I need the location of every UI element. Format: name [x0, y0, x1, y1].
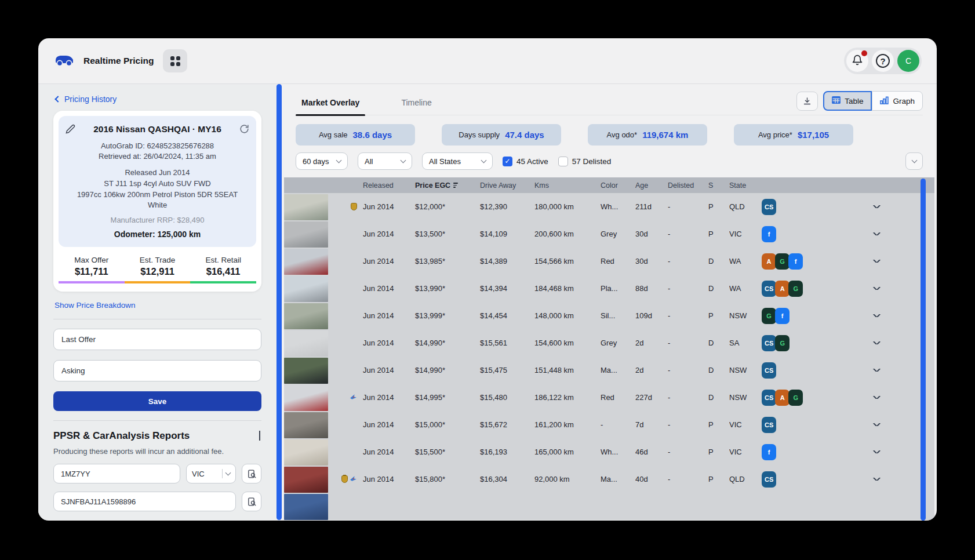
apps-grid-button[interactable] — [163, 49, 187, 72]
col-state[interactable]: State — [729, 181, 762, 190]
col-price-egc[interactable]: Price EGC — [415, 181, 480, 190]
table-row[interactable]: Jun 2014 $14,990* $15,475 151,448 km Ma.… — [284, 357, 934, 384]
type-select[interactable]: All — [358, 152, 412, 170]
estimate-retail: Est. Retail $16,411 — [190, 256, 256, 283]
expand-row-button[interactable] — [859, 205, 894, 208]
rego-state-select[interactable]: VIC — [186, 464, 236, 483]
save-button[interactable]: Save — [53, 391, 261, 411]
table-row[interactable]: Jun 2014 $15,500* $16,193 165,000 km Wh.… — [284, 438, 934, 466]
expand-row-button[interactable] — [859, 478, 894, 481]
color-cell: Ma... — [601, 366, 635, 374]
sidebar-scrollbar[interactable] — [277, 84, 282, 520]
col-drive-away[interactable]: Drive Away — [480, 181, 534, 190]
chevron-down-icon — [873, 369, 881, 372]
row-flag-icons — [330, 393, 363, 402]
expand-row-button[interactable] — [859, 287, 894, 290]
table-row[interactable]: Jun 2014 $15,800* $16,304 92,000 km Ma..… — [284, 466, 934, 493]
delisted-cell: - — [668, 448, 708, 456]
vehicle-thumbnail[interactable] — [284, 385, 328, 411]
vehicle-thumbnail[interactable] — [284, 358, 328, 384]
notifications-button[interactable] — [846, 50, 868, 72]
vehicle-thumbnail[interactable] — [284, 276, 328, 302]
table-row[interactable]: Jun 2014 $13,985* $14,389 154,566 km Red… — [284, 248, 934, 275]
badges-cell: CS — [762, 417, 859, 433]
est-retail-bar — [190, 281, 256, 283]
asking-input[interactable] — [53, 360, 261, 381]
table-row[interactable]: Jun 2014 $14,995* $15,480 186,122 km Red… — [284, 384, 934, 411]
delisted-cell: - — [668, 393, 708, 402]
age-cell: 40d — [635, 475, 668, 483]
col-released[interactable]: Released — [363, 181, 415, 190]
table-row[interactable] — [284, 493, 934, 520]
badges-cell: Gf — [762, 308, 859, 324]
age-cell: 2d — [635, 366, 668, 374]
delisted-filter-checkbox[interactable]: 57 Delisted — [558, 157, 612, 166]
table-header: Released Price EGC Drive Away Kms Color … — [284, 177, 934, 193]
edit-vehicle-button[interactable] — [64, 123, 77, 137]
refresh-vehicle-button[interactable] — [238, 123, 250, 137]
table-row[interactable]: Jun 2014 $13,990* $14,394 184,468 km Pla… — [284, 275, 934, 302]
released-cell: Jun 2014 — [363, 284, 415, 293]
download-button[interactable] — [796, 92, 818, 111]
vin-lookup-button[interactable] — [242, 492, 261, 511]
back-to-pricing-history[interactable]: Pricing History — [56, 94, 117, 104]
vin-input[interactable] — [53, 492, 236, 511]
period-select[interactable]: 60 days — [296, 152, 348, 170]
table-row[interactable]: Jun 2014 $15,000* $15,672 161,200 km - 7… — [284, 411, 934, 438]
expand-row-button[interactable] — [859, 369, 894, 372]
table-row[interactable]: Jun 2014 $13,500* $14,109 200,600 km Gre… — [284, 220, 934, 248]
col-age[interactable]: Age — [635, 181, 668, 190]
drive-away-cell: $14,454 — [480, 311, 534, 320]
expand-row-button[interactable] — [859, 341, 894, 344]
rego-input[interactable] — [53, 464, 180, 483]
help-button[interactable]: ? — [872, 50, 894, 72]
collapse-ppsr-button[interactable] — [258, 431, 261, 442]
collapse-filters-button[interactable] — [905, 152, 923, 170]
vehicle-thumbnail[interactable] — [284, 412, 328, 438]
table-view-button[interactable]: Table — [823, 91, 872, 111]
avatar[interactable]: C — [897, 50, 919, 72]
table-row[interactable]: Jun 2014 $12,000* $12,390 180,000 km Wh.… — [284, 193, 934, 220]
active-filter-checkbox[interactable]: ✓ 45 Active — [503, 157, 548, 166]
last-offer-input[interactable] — [53, 329, 261, 350]
states-select[interactable]: All States — [422, 152, 493, 170]
col-delisted[interactable]: Delisted — [668, 181, 708, 190]
app-title: Realtime Pricing — [83, 56, 154, 66]
spec-line-1: ST J11 1sp 4cyl Auto SUV FWD — [64, 179, 250, 190]
col-color[interactable]: Color — [601, 181, 635, 190]
show-price-breakdown-link[interactable]: Show Price Breakdown — [54, 301, 136, 310]
table-row[interactable]: Jun 2014 $14,990* $15,561 154,600 km Gre… — [284, 329, 934, 357]
vehicle-thumbnail[interactable] — [284, 494, 328, 520]
table-scrollbar[interactable] — [921, 179, 926, 521]
expand-row-button[interactable] — [859, 423, 894, 426]
vehicle-thumbnail[interactable] — [284, 439, 328, 466]
col-s[interactable]: S — [708, 181, 729, 190]
expand-row-button[interactable] — [859, 260, 894, 263]
listing-source-badge-CS: CS — [762, 417, 776, 433]
price-estimates: Max Offer $11,711 Est. Trade $12,911 Est… — [59, 256, 256, 283]
age-cell: 2d — [635, 339, 668, 347]
vehicle-thumbnail[interactable] — [284, 194, 328, 220]
badges-cell: CSAG — [762, 281, 859, 297]
vehicle-thumbnail[interactable] — [284, 330, 328, 357]
chevron-down-icon — [873, 478, 881, 481]
s-cell: D — [708, 366, 729, 374]
vehicle-thumbnail[interactable] — [284, 303, 328, 329]
vehicle-thumbnail[interactable] — [284, 249, 328, 275]
graph-view-button[interactable]: Graph — [872, 91, 923, 111]
table-icon — [832, 96, 841, 106]
expand-row-button[interactable] — [859, 450, 894, 453]
chevron-down-icon — [481, 158, 487, 163]
tab-market-overlay[interactable]: Market Overlay — [296, 91, 365, 115]
chevron-down-icon — [873, 396, 881, 399]
vehicle-thumbnail[interactable] — [284, 467, 328, 493]
col-kms[interactable]: Kms — [534, 181, 601, 190]
expand-row-button[interactable] — [859, 232, 894, 235]
rego-lookup-button[interactable] — [242, 464, 261, 483]
chevron-down-icon — [401, 158, 406, 163]
expand-row-button[interactable] — [859, 396, 894, 399]
expand-row-button[interactable] — [859, 314, 894, 317]
vehicle-thumbnail[interactable] — [284, 221, 328, 248]
table-row[interactable]: Jun 2014 $13,999* $14,454 148,000 km Sil… — [284, 302, 934, 329]
tab-timeline[interactable]: Timeline — [395, 91, 437, 115]
